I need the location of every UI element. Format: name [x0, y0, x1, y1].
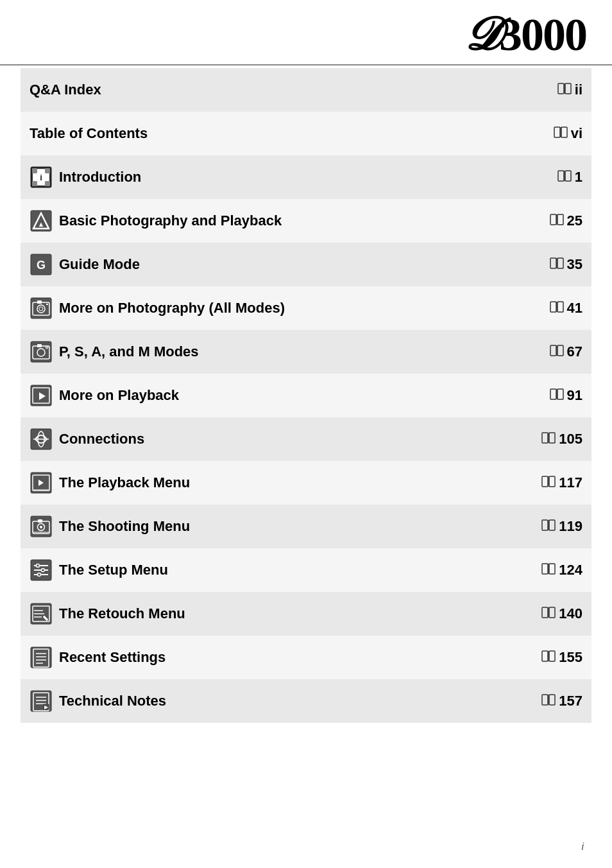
toc-table: Q&A Index iiTable of Contents vi i Intro… — [0, 68, 612, 723]
page-number-technical-notes: 157 — [559, 693, 582, 709]
toc-label-text-more-on-playback: More on Playback — [59, 387, 179, 404]
toc-label-text-basic-photography: Basic Photography and Playback — [59, 213, 282, 229]
shooting-menu-icon — [30, 515, 53, 538]
page-number-more-on-photography: 41 — [567, 300, 582, 317]
svg-point-76 — [37, 564, 40, 568]
page-footer: i — [581, 841, 584, 853]
book-icon — [550, 300, 564, 317]
toc-label-recent-settings: Recent Settings — [30, 646, 499, 669]
setup-menu-icon — [30, 559, 53, 582]
svg-rect-3 — [554, 127, 560, 137]
page-number-table-of-contents: vi — [571, 125, 582, 142]
toc-page-playback-menu: 117 — [508, 474, 582, 491]
connections-icon — [30, 428, 53, 451]
introduction-icon: i — [30, 166, 53, 189]
svg-rect-47 — [550, 389, 556, 399]
page-number-more-on-playback: 91 — [567, 387, 582, 404]
toc-row-table-of-contents[interactable]: Table of Contents vi — [21, 112, 591, 155]
book-icon — [554, 125, 568, 142]
toc-page-more-on-playback: 91 — [508, 387, 582, 404]
toc-label-text-table-of-contents: Table of Contents — [30, 125, 148, 142]
book-icon — [541, 693, 556, 709]
toc-page-more-on-photography: 41 — [508, 300, 582, 317]
toc-row-technical-notes[interactable]: Technical Notes 157 — [21, 679, 591, 723]
toc-row-setup-menu[interactable]: The Setup Menu 124 — [21, 548, 591, 592]
toc-row-recent-settings[interactable]: Recent Settings 155 — [21, 636, 591, 679]
svg-rect-34 — [557, 302, 563, 312]
svg-rect-0 — [558, 83, 564, 94]
svg-rect-12 — [45, 181, 50, 186]
toc-label-text-introduction: Introduction — [59, 169, 141, 186]
svg-rect-10 — [45, 168, 50, 173]
svg-rect-33 — [550, 302, 556, 312]
svg-rect-30 — [37, 300, 42, 304]
svg-point-77 — [42, 569, 45, 572]
book-icon — [550, 213, 564, 229]
page-number-playback-menu: 117 — [559, 474, 582, 491]
playback-menu-icon — [30, 471, 53, 494]
psam-icon — [30, 340, 53, 363]
book-icon — [541, 431, 556, 447]
svg-rect-20 — [557, 214, 563, 225]
footer-page-number: i — [581, 841, 584, 852]
toc-label-more-on-photography: More on Photography (All Modes) — [30, 297, 499, 320]
toc-row-playback-menu[interactable]: The Playback Menu 117 — [21, 461, 591, 505]
svg-rect-39 — [37, 344, 42, 347]
toc-row-more-on-playback[interactable]: More on Playback 91 — [21, 374, 591, 417]
svg-rect-32 — [46, 304, 48, 305]
toc-label-connections: Connections — [30, 428, 499, 451]
svg-rect-87 — [542, 607, 548, 618]
toc-page-table-of-contents: vi — [508, 125, 582, 142]
toc-row-shooting-menu[interactable]: The Shooting Menu 119 — [21, 505, 591, 548]
book-icon — [541, 605, 556, 622]
page-number-basic-photography: 25 — [567, 213, 582, 229]
toc-page-connections: 105 — [508, 431, 582, 447]
svg-rect-79 — [542, 564, 548, 574]
book-icon — [541, 562, 556, 578]
svg-rect-11 — [32, 181, 37, 186]
svg-rect-42 — [557, 345, 563, 356]
book-icon — [557, 82, 572, 98]
toc-page-qa-index: ii — [508, 82, 582, 98]
toc-row-qa-index[interactable]: Q&A Index ii — [21, 68, 591, 112]
toc-label-introduction: i Introduction — [30, 166, 499, 189]
svg-rect-97 — [549, 651, 555, 661]
playback-icon — [30, 384, 53, 407]
book-icon — [557, 169, 572, 186]
svg-rect-61 — [549, 476, 555, 487]
svg-text:▲: ▲ — [38, 220, 45, 228]
toc-row-introduction[interactable]: i Introduction 1 — [21, 155, 591, 199]
toc-label-technical-notes: Technical Notes — [30, 690, 499, 713]
recent-icon — [30, 646, 53, 669]
page-number-qa-index: ii — [575, 82, 582, 98]
book-icon — [541, 649, 556, 666]
svg-text:G: G — [37, 259, 46, 272]
toc-row-connections[interactable]: Connections 105 — [21, 417, 591, 461]
svg-rect-60 — [542, 476, 548, 487]
toc-page-recent-settings: 155 — [508, 649, 582, 666]
toc-label-text-playback-menu: The Playback Menu — [59, 474, 190, 491]
toc-row-basic-photography[interactable]: ▲ Basic Photography and Playback 25 — [21, 199, 591, 243]
svg-rect-53 — [542, 433, 548, 443]
toc-page-guide-mode: 35 — [508, 256, 582, 273]
toc-row-more-on-photography[interactable]: More on Photography (All Modes) 41 — [21, 286, 591, 330]
svg-rect-66 — [38, 519, 42, 523]
svg-rect-96 — [542, 651, 548, 661]
page-number-recent-settings: 155 — [559, 649, 582, 666]
page-number-connections: 105 — [559, 431, 582, 447]
toc-row-psam-modes[interactable]: P, S, A, and M Modes 67 — [21, 330, 591, 374]
svg-rect-14 — [565, 171, 571, 181]
svg-point-78 — [38, 573, 41, 577]
book-icon — [541, 474, 556, 491]
toc-row-guide-mode[interactable]: G Guide Mode 35 — [21, 243, 591, 286]
svg-rect-88 — [549, 607, 555, 618]
toc-page-retouch-menu: 140 — [508, 605, 582, 622]
book-icon — [541, 518, 556, 535]
toc-label-retouch-menu: The Retouch Menu — [30, 602, 499, 625]
svg-rect-69 — [542, 520, 548, 530]
toc-label-text-more-on-photography: More on Photography (All Modes) — [59, 300, 285, 317]
toc-label-text-guide-mode: Guide Mode — [59, 256, 140, 273]
toc-row-retouch-menu[interactable]: The Retouch Menu 140 — [21, 592, 591, 636]
svg-rect-41 — [550, 345, 556, 356]
logo: 𝒟3000 — [26, 12, 586, 58]
